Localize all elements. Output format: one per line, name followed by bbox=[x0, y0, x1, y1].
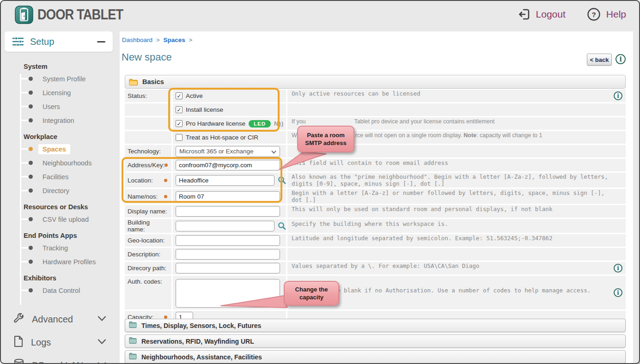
sidebar-item-label: Hardware Profiles bbox=[38, 257, 100, 267]
sidebar-item-hardware-profiles[interactable]: Hardware Profiles bbox=[5, 255, 113, 269]
tree-tick bbox=[20, 78, 28, 79]
sidebar-item-label: System Profile bbox=[38, 74, 90, 84]
tree-tick bbox=[20, 106, 28, 107]
checkbox-install-license[interactable]: ✓ bbox=[176, 106, 183, 113]
sidebar-item-integration[interactable]: Integration bbox=[5, 114, 113, 127]
sidebar-section-label: Logs bbox=[31, 337, 98, 348]
sidebar-section-label: Advanced bbox=[32, 314, 98, 325]
display-name-input[interactable] bbox=[176, 206, 280, 217]
help-icon: ? bbox=[587, 7, 601, 21]
description-input[interactable] bbox=[176, 249, 280, 260]
field-help: If youTablet pro device and your license… bbox=[287, 117, 610, 130]
info-icon[interactable]: i bbox=[614, 264, 622, 273]
tree-tick bbox=[20, 247, 28, 249]
accordion-bar-times-display-sensors-lock-futures[interactable]: Times, Display, Sensors, Lock, Futures bbox=[125, 319, 626, 332]
sidebar-section-db-and-lan[interactable]: DB and LAN bbox=[5, 354, 113, 364]
door-tablet-app-window: DOOR TABLET Logout ? Help bbox=[0, 0, 640, 364]
checkbox-label: Active bbox=[186, 92, 203, 99]
accordion-bar-reservations-rfid-wayfinding-url[interactable]: Reservations, RFID, Wayfinding URL bbox=[125, 334, 626, 348]
geo-location-input[interactable] bbox=[176, 235, 280, 246]
sidebar-item-facilities[interactable]: Facilities bbox=[5, 170, 113, 184]
building-name-input[interactable] bbox=[176, 221, 274, 231]
name-nos-input[interactable] bbox=[176, 191, 280, 202]
search-icon[interactable] bbox=[278, 176, 286, 184]
field-help: This will only be used on standard room … bbox=[287, 205, 610, 218]
tree-tick bbox=[20, 176, 28, 177]
sidebar-item-spaces[interactable]: Spaces bbox=[5, 142, 113, 156]
checkbox-treat-as-hot-space-or-cir[interactable] bbox=[176, 134, 183, 141]
checkbox-label: Pro Hardware license bbox=[186, 120, 245, 127]
back-button[interactable]: < back bbox=[587, 54, 612, 66]
sidebar-item-tracking[interactable]: Tracking bbox=[5, 241, 113, 255]
form-row-install-license: ✓Install license bbox=[125, 103, 626, 117]
bullet-icon bbox=[29, 217, 33, 221]
accordion-bar-label: Reservations, RFID, Wayfinding URL bbox=[141, 338, 254, 345]
sidebar-section-setup[interactable]: Setup bbox=[5, 31, 113, 52]
sidebar-group-title-end-points-apps: End Points Apps bbox=[24, 232, 113, 239]
svg-text:?: ? bbox=[591, 11, 596, 18]
chevron-down-icon bbox=[98, 338, 106, 346]
form-row-direcory-path: Direcory path:Values separated by a \. F… bbox=[125, 262, 626, 276]
select-value: Microsoft 365 or Exchange bbox=[179, 148, 254, 155]
sidebar-item-directory[interactable]: Directory bbox=[5, 184, 113, 198]
main-content: Dashboard > Spaces > New space < back i … bbox=[120, 31, 633, 363]
sidebar-item-csv-file-upload[interactable]: CSV file upload bbox=[5, 212, 113, 226]
sidebar-item-licensing[interactable]: Licensing bbox=[5, 86, 113, 100]
breadcrumb-spaces[interactable]: Spaces bbox=[163, 36, 185, 43]
sidebar-item-label: Integration bbox=[38, 115, 79, 126]
app-header: DOOR TABLET Logout ? Help bbox=[1, 1, 639, 30]
sidebar-item-users[interactable]: Users bbox=[5, 100, 113, 114]
tree-tick bbox=[20, 92, 28, 93]
bullet-icon bbox=[29, 246, 33, 250]
help-button[interactable]: ? Help bbox=[587, 7, 626, 21]
folder-icon bbox=[129, 352, 137, 362]
field-label: Direcory path: bbox=[125, 262, 173, 274]
bullet-icon bbox=[29, 260, 33, 264]
basics-title: Basics bbox=[142, 78, 164, 85]
search-icon[interactable] bbox=[278, 222, 286, 230]
info-icon[interactable]: i bbox=[614, 288, 622, 297]
resize-handle-icon[interactable] bbox=[274, 301, 279, 306]
sidebar-item-label: CSV file upload bbox=[38, 214, 93, 224]
checkbox-active[interactable]: ✓ bbox=[176, 92, 183, 99]
form-row-treat-as-hot-space-or-cir: Treat as Hot-space or CIRWhenrce will no… bbox=[125, 131, 626, 145]
direcory-path-input[interactable] bbox=[176, 263, 280, 273]
sidebar-item-data-control[interactable]: Data Control bbox=[5, 284, 113, 297]
auth-codes-textarea[interactable] bbox=[176, 279, 280, 308]
checkbox-label: Install license bbox=[186, 106, 223, 113]
sidebar-group-title-system: System bbox=[24, 63, 113, 70]
field-label: Description: bbox=[125, 248, 173, 261]
location-input[interactable] bbox=[176, 175, 274, 186]
required-dot bbox=[164, 315, 167, 319]
breadcrumb-dashboard[interactable]: Dashboard bbox=[122, 36, 152, 43]
form-row-pro-hardware-license: ✓Pro Hardware licenseLEDN))If youTablet … bbox=[125, 117, 626, 131]
sidebar-item-system-profile[interactable]: System Profile bbox=[5, 72, 113, 86]
basics-section-header[interactable]: Basics bbox=[125, 75, 626, 89]
folder-icon bbox=[129, 79, 138, 85]
technology-select[interactable]: Microsoft 365 or Exchange bbox=[176, 146, 280, 157]
nfc-icon: N)) bbox=[274, 120, 284, 127]
sidebar-group-title-workplace: Workplace bbox=[24, 133, 113, 140]
field-help: Also known as the "prime neighbourhood".… bbox=[287, 173, 610, 188]
address-key-input[interactable] bbox=[176, 160, 280, 170]
sidebar-section-advanced[interactable]: Advanced bbox=[5, 308, 113, 331]
logout-button[interactable]: Logout bbox=[518, 8, 566, 21]
sidebar-item-neighbourhoods[interactable]: Neighbourhoods bbox=[5, 156, 113, 170]
bullet-icon bbox=[29, 118, 33, 122]
tree-tick bbox=[20, 148, 28, 150]
sidebar-section-logs[interactable]: Logs bbox=[5, 331, 113, 354]
checkbox-pro-hardware-license[interactable]: ✓ bbox=[176, 120, 183, 127]
help-label: Help bbox=[606, 9, 626, 20]
tree-tick bbox=[20, 162, 28, 164]
accordion-bar-neighbourhoods-assistance-facilities[interactable]: Neighbourhoods, Assistance, Facilities bbox=[125, 350, 626, 364]
bullet-icon bbox=[29, 288, 33, 292]
door-tablet-logo-icon bbox=[15, 6, 33, 24]
tree-tick bbox=[20, 190, 28, 191]
required-dot bbox=[165, 164, 168, 167]
field-label bbox=[125, 117, 173, 130]
wrench-icon bbox=[13, 312, 25, 326]
collapse-icon[interactable] bbox=[97, 41, 105, 42]
info-icon[interactable]: i bbox=[616, 54, 626, 64]
field-label bbox=[125, 131, 173, 144]
info-icon[interactable]: i bbox=[614, 91, 622, 100]
